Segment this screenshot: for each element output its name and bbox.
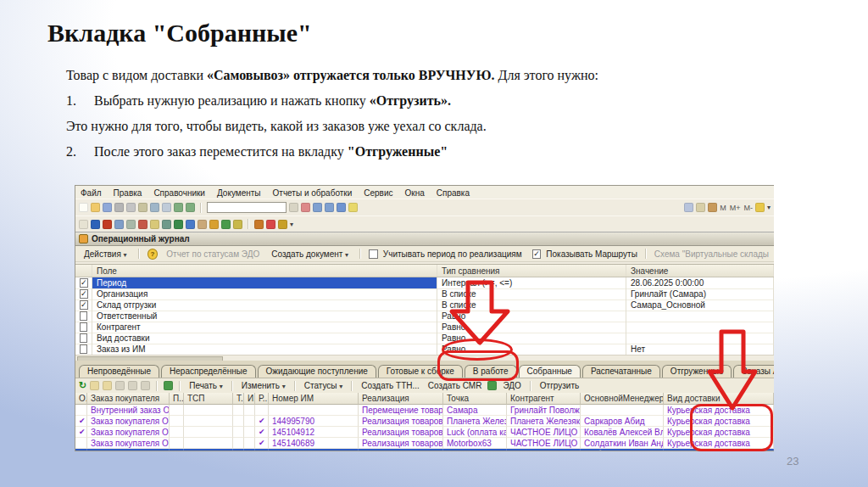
filter-cmp-cell[interactable]: Равно bbox=[437, 322, 626, 333]
column-header-8[interactable]: Реализация bbox=[359, 393, 443, 405]
filter-row[interactable]: Заказ из ИМРавноНет bbox=[75, 344, 774, 355]
menu-item-4[interactable]: Отчеты и обработки bbox=[273, 188, 353, 198]
table-row[interactable]: ✔Заказ покупателя ОТГ..✔145218541Реализа… bbox=[75, 449, 774, 451]
image-icon[interactable] bbox=[198, 220, 207, 229]
totals-icon[interactable] bbox=[233, 220, 242, 229]
mail-icon[interactable] bbox=[278, 220, 287, 229]
column-header-3[interactable]: ТСП bbox=[184, 393, 233, 405]
filter-field-cell[interactable]: Период bbox=[92, 277, 437, 289]
filter-row[interactable]: Вид доставкиРавно bbox=[75, 333, 774, 344]
column-header-4[interactable]: Т.. bbox=[233, 393, 244, 405]
chevron-down-icon[interactable]: ▾ bbox=[290, 221, 293, 228]
tab-4[interactable]: В работе bbox=[465, 365, 517, 378]
cut-icon[interactable] bbox=[114, 203, 124, 212]
menu-item-2[interactable]: Справочники bbox=[153, 188, 205, 198]
filter-field-cell[interactable]: Контрагент bbox=[92, 322, 437, 333]
save-icon[interactable] bbox=[103, 203, 112, 212]
refresh-icon[interactable]: ↻ bbox=[79, 380, 86, 391]
journal-icon[interactable] bbox=[103, 220, 112, 229]
filter-checkbox[interactable] bbox=[80, 322, 87, 332]
find-next-icon[interactable] bbox=[325, 203, 334, 212]
excel-icon[interactable] bbox=[164, 381, 173, 390]
tab-5[interactable]: Собранные bbox=[519, 365, 581, 378]
print-preview-icon[interactable] bbox=[162, 203, 171, 212]
clipboard-icon[interactable] bbox=[696, 203, 705, 212]
column-header-11[interactable]: ОсновнойМенеджер bbox=[581, 393, 664, 405]
add-table-icon[interactable] bbox=[221, 220, 231, 229]
filter-cmp-cell[interactable]: Интервал (>=, <=) bbox=[437, 277, 626, 289]
refresh-icon[interactable] bbox=[337, 203, 346, 212]
filter-value-cell[interactable] bbox=[626, 333, 774, 344]
chart-icon[interactable] bbox=[186, 220, 195, 229]
filter-cmp-cell[interactable]: Равно bbox=[437, 311, 626, 322]
column-header-5[interactable]: И.. bbox=[244, 393, 255, 405]
filter-row[interactable]: ✓ОрганизацияВ спискеГринлайт (Самара) bbox=[75, 288, 774, 299]
box-icon[interactable] bbox=[254, 220, 264, 229]
find-prev-icon[interactable] bbox=[313, 203, 322, 212]
filter-field-cell[interactable]: Заказ из ИМ bbox=[92, 344, 437, 355]
edit-button[interactable]: Изменить ▾ bbox=[239, 381, 288, 390]
scheme-button[interactable]: Схема "Виртуальные склады bbox=[654, 249, 769, 259]
tab-7[interactable]: Отгруженные bbox=[662, 365, 732, 378]
filter-field-cell[interactable]: Ответственный bbox=[92, 311, 437, 322]
filter-table-icon[interactable] bbox=[138, 220, 147, 229]
add-group-icon[interactable] bbox=[103, 381, 112, 390]
filter-row[interactable]: ОтветственныйРавно bbox=[75, 311, 774, 322]
statuses-button[interactable]: Статусы ▾ bbox=[302, 381, 346, 390]
chevron-down-icon[interactable]: ▾ bbox=[767, 204, 771, 211]
tab-2[interactable]: Ожидающие поступление bbox=[258, 365, 376, 378]
edo-button[interactable]: ЭДО bbox=[500, 381, 523, 390]
tab-6[interactable]: Распечатанные bbox=[582, 365, 660, 378]
paste-icon[interactable] bbox=[138, 203, 147, 212]
consider-period-checkbox[interactable] bbox=[369, 249, 378, 259]
docs-icon[interactable] bbox=[266, 220, 275, 229]
filter-checkbox[interactable]: ✓ bbox=[80, 300, 88, 310]
print-icon[interactable] bbox=[150, 203, 159, 212]
print-button[interactable]: Печать ▾ bbox=[186, 381, 225, 390]
memory-button-0[interactable]: M bbox=[720, 204, 726, 212]
ship-button[interactable]: Отгрузить bbox=[537, 381, 581, 390]
column-header-12[interactable]: Вид доставки bbox=[664, 393, 774, 405]
forward-arrow-icon[interactable] bbox=[186, 203, 195, 212]
table-icon[interactable] bbox=[114, 220, 124, 229]
menu-item-5[interactable]: Сервис bbox=[364, 188, 392, 198]
filter-checkbox[interactable] bbox=[80, 333, 87, 343]
video-icon[interactable] bbox=[162, 220, 171, 229]
filter-checkbox[interactable]: ✓ bbox=[80, 278, 88, 288]
column-header-2[interactable]: П.. bbox=[170, 393, 184, 405]
menu-item-1[interactable]: Правка bbox=[114, 188, 142, 198]
users-icon[interactable] bbox=[708, 203, 717, 212]
tab-3[interactable]: Готовые к сборке bbox=[378, 365, 463, 378]
column-header-9[interactable]: Точка bbox=[443, 393, 507, 405]
report-icon[interactable] bbox=[684, 203, 693, 212]
table-row[interactable]: ✔Заказ покупателя ОТГ..✔145104912Реализа… bbox=[75, 427, 774, 438]
play-icon[interactable] bbox=[174, 220, 183, 229]
filter-row[interactable]: КонтрагентРавно bbox=[75, 322, 774, 333]
add-row-icon[interactable] bbox=[90, 381, 99, 390]
search-input[interactable] bbox=[207, 202, 287, 213]
copy-icon[interactable] bbox=[126, 203, 136, 212]
filter-value-cell[interactable]: Гринлайт (Самара) bbox=[626, 288, 774, 300]
filter-value-cell[interactable] bbox=[626, 322, 774, 333]
filter-checkbox[interactable] bbox=[80, 344, 87, 354]
create-doc-icon[interactable] bbox=[79, 220, 88, 229]
column-header-0[interactable]: О.. bbox=[75, 393, 87, 405]
hand-icon[interactable] bbox=[755, 203, 765, 212]
pin-icon[interactable] bbox=[91, 220, 100, 229]
filter-field-cell[interactable]: Организация bbox=[92, 288, 437, 300]
help-icon[interactable]: ? bbox=[147, 249, 159, 260]
tab-1[interactable]: Нераспределённые bbox=[161, 365, 255, 378]
filter-value-cell[interactable] bbox=[626, 311, 774, 322]
column-header-7[interactable]: Номер ИМ bbox=[269, 393, 359, 405]
column-header-6[interactable]: Р.. bbox=[255, 393, 269, 405]
tab-0[interactable]: Непроведённые bbox=[79, 365, 159, 378]
menu-item-0[interactable]: Файл bbox=[81, 188, 102, 198]
filter-cmp-cell[interactable]: В списке bbox=[437, 288, 626, 300]
memory-button-1[interactable]: M+ bbox=[730, 204, 741, 212]
table-row[interactable]: Заказ покупателя ОТГ..✔145140689Реализац… bbox=[75, 438, 774, 449]
column-header-10[interactable]: Контрагент bbox=[507, 393, 581, 405]
memory-button-2[interactable]: M- bbox=[743, 204, 753, 212]
table-row[interactable]: Внутренний заказ ОТГ..Перемещение товаро… bbox=[75, 405, 774, 416]
back-arrow-icon[interactable] bbox=[174, 203, 183, 212]
tab-8[interactable]: Заказы АПВ Партнеры bbox=[733, 365, 774, 378]
